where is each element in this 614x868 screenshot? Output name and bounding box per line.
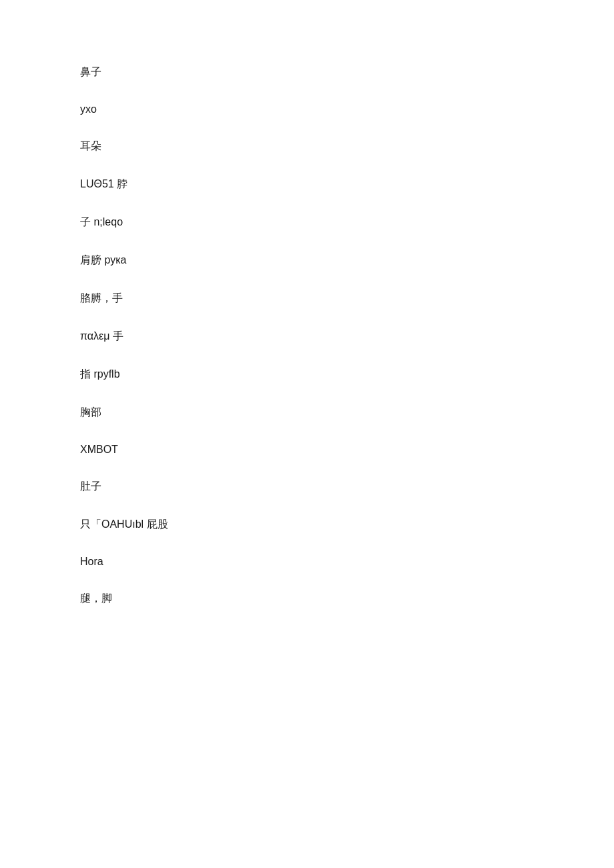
item-text-finger: 指 rpyflb bbox=[80, 368, 120, 380]
item-text-παλεμ: παλεμ 手 bbox=[80, 330, 123, 342]
list-item-ear: 耳朵 bbox=[80, 127, 534, 165]
list-item-butt: 只「OAHUıbl 屁股 bbox=[80, 506, 534, 544]
item-text-hora: Hora bbox=[80, 556, 103, 567]
item-text-butt: 只「OAHUıbl 屁股 bbox=[80, 518, 168, 530]
list-item-xmbot: XMBOT bbox=[80, 432, 534, 468]
item-text-elbow-hand: 胳膊，手 bbox=[80, 292, 123, 304]
item-text-zi-nleqo: 子 n;leqo bbox=[80, 216, 123, 228]
item-text-xmbot: XMBOT bbox=[80, 444, 118, 455]
item-text-yxo: yxo bbox=[80, 103, 97, 115]
list-item-finger: 指 rpyflb bbox=[80, 356, 534, 394]
body-parts-list: 鼻子yxo耳朵LUΘ51 脖子 n;leqo肩膀 рука胳膊，手παλεμ 手… bbox=[80, 53, 534, 618]
list-item-luo51: LUΘ51 脖 bbox=[80, 165, 534, 203]
list-item-elbow-hand: 胳膊，手 bbox=[80, 280, 534, 318]
list-item-belly: 肚子 bbox=[80, 468, 534, 506]
item-text-nose: 鼻子 bbox=[80, 66, 101, 77]
item-text-shoulder: 肩膀 рука bbox=[80, 254, 126, 266]
list-item-chest: 胸部 bbox=[80, 394, 534, 432]
item-text-ear: 耳朵 bbox=[80, 140, 101, 151]
list-item-nose: 鼻子 bbox=[80, 53, 534, 91]
item-text-belly: 肚子 bbox=[80, 480, 101, 492]
list-item-παλεμ: παλεμ 手 bbox=[80, 318, 534, 356]
item-text-chest: 胸部 bbox=[80, 406, 101, 418]
list-item-hora: Hora bbox=[80, 544, 534, 580]
list-item-yxo: yxo bbox=[80, 91, 534, 127]
item-text-luo51: LUΘ51 脖 bbox=[80, 178, 127, 189]
list-item-zi-nleqo: 子 n;leqo bbox=[80, 203, 534, 242]
list-item-leg-foot: 腿，脚 bbox=[80, 580, 534, 618]
list-item-shoulder: 肩膀 рука bbox=[80, 242, 534, 280]
item-text-leg-foot: 腿，脚 bbox=[80, 592, 112, 604]
